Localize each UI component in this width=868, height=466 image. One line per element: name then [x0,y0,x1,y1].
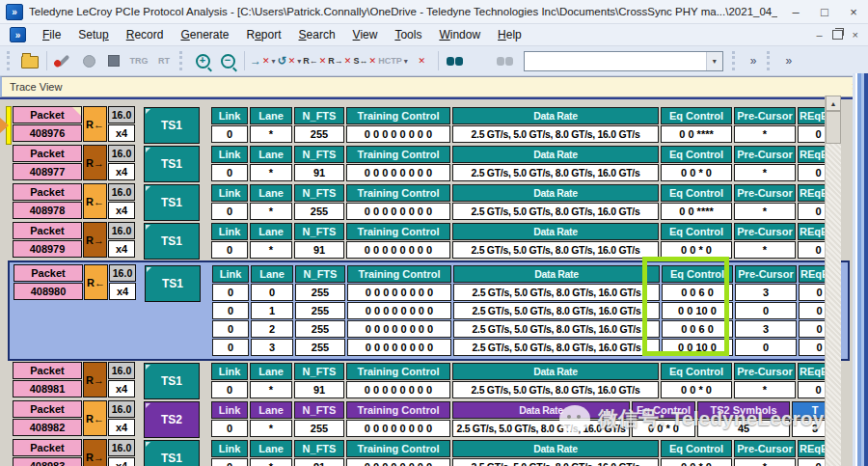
ordered-set-type: TS1 [144,363,200,399]
jump-symbol-button[interactable]: S↔✕ [353,49,376,72]
cell: 1 [251,302,293,319]
cell: 2.5 GT/s, 5.0 GT/s, 8.0 GT/s, 16.0 GT/s [453,339,660,356]
manual-trigger-button-label: TRG [130,56,149,66]
toolbar-overflow-chevron[interactable]: » [750,54,757,68]
column-header: Eq Control [662,265,733,283]
menu-item-setup[interactable]: Setup [69,26,117,43]
menu-item-search[interactable]: Search [290,26,344,43]
record-settings-button[interactable] [52,49,75,72]
jump-loop-button-icon: ↺ [278,54,287,68]
packet-row-408977[interactable]: Packet408977R→16.0x4TS1LinkLaneN_FTSTrai… [13,145,841,182]
record-icon [83,55,95,68]
column-header: Link [211,184,248,202]
packet-table: LinkLaneN_FTSTraining ControlData RateEq… [209,439,841,466]
jump-to-trigger-button[interactable]: →✕▾ [250,49,276,72]
toolbar-overflow-chevron[interactable]: » [785,54,792,68]
header-row: LinkLaneN_FTSTraining ControlData RateEq… [211,184,839,202]
menu-item-help[interactable]: Help [489,26,530,43]
packet-row-408976[interactable]: Packet408976R←16.0x4TS1LinkLaneN_FTSTrai… [13,106,841,144]
mdi-close-button[interactable]: × [853,29,858,41]
menu-item-view[interactable]: View [344,26,387,43]
column-header: Lane [250,107,292,124]
column-header: Data Rate [452,401,630,419]
cell: 0 [211,125,248,143]
column-header: Data Rate [452,363,659,380]
column-header: Training Control [346,107,450,124]
trace-view-title: Trace View [10,81,62,93]
cell: 2.5 GT/s, 5.0 GT/s, 8.0 GT/s, 16.0 GT/s [453,284,660,301]
cell: 0 0 10 0 [662,339,733,356]
goto-button[interactable] [469,49,492,72]
ordered-set-type: TS1 [144,184,200,221]
packet-id-cells: Packet408983R→16.0x4 [13,439,135,466]
ordered-set-type: TS1 [144,107,200,144]
header-row: LinkLaneN_FTSTraining ControlData RateEq… [211,440,839,457]
lane-width-cell: x4 [108,202,135,219]
maximize-button[interactable]: □ [810,1,839,23]
packet-id-cells: Packet408976R←16.0x4 [13,106,135,142]
cell: 0 [212,302,249,319]
mdi-minimize-button[interactable]: – [816,29,822,41]
open-file-button[interactable] [18,49,41,72]
menu-item-record[interactable]: Record [118,26,173,43]
cell: 91 [294,458,344,466]
column-header: Lane [250,401,292,419]
cell: * [734,241,796,259]
toolbar-grip [732,51,740,70]
packet-row-408981[interactable]: Packet408981R→16.0x4TS1LinkLaneN_FTSTrai… [13,362,841,399]
menu-item-file[interactable]: File [34,26,69,43]
toolbar-grip [7,51,14,70]
packet-table: LinkLaneN_FTSTraining ControlData RateEq… [210,264,842,357]
dropdown-arrow-icon: ▾ [272,57,276,66]
data-row: 0*2550 0 0 0 0 0 0 02.5 GT/s, 5.0 GT/s, … [211,203,839,220]
jump-to-trigger-button-icon: → [250,54,261,68]
mdi-restore-button[interactable] [832,30,843,40]
close-button[interactable]: × [839,1,868,23]
cell: 0 0 0 0 0 0 0 0 [346,420,450,437]
cell: 2.5 GT/s, 5.0 GT/s, 8.0 GT/s, 16.0 GT/s [452,381,659,398]
menu-item-report[interactable]: Report [237,26,289,43]
packet-row-408979[interactable]: Packet408979R→16.0x4TS1LinkLaneN_FTSTrai… [13,222,841,260]
column-header: N_FTS [294,146,344,163]
cell: 0 0 6 0 [662,284,733,301]
menu-item-generate[interactable]: Generate [172,26,237,43]
cell: 3 [735,320,797,338]
zoom-out-button[interactable]: − [216,49,239,72]
lane-width-cell: x4 [108,380,135,397]
jump-upstream-button[interactable]: R←✕ [303,49,326,72]
cell: 255 [294,203,344,220]
column-header: N_FTS [294,363,344,380]
cell: 0 0 0 0 0 0 0 0 [347,339,451,356]
menu-item-window[interactable]: Window [430,26,489,43]
search-combobox[interactable]: ▾ [524,51,723,71]
jump-downstream-button[interactable]: R→✕ [328,49,351,72]
packet-row-408982[interactable]: Packet408982R←16.0x4TS2LinkLaneN_FTSTrai… [13,400,840,438]
cell: * [734,458,796,466]
cell: * [250,241,292,259]
vertical-scrollbar[interactable]: ▲ [825,96,841,466]
cell: 0 0 * 0 [632,420,695,437]
cell: 0 [735,302,797,319]
jump-loop-button[interactable]: ↺✕▾ [278,49,302,72]
trace-view-content: Packet408976R←16.0x4TS1LinkLaneN_FTSTrai… [0,97,868,466]
search-input[interactable] [525,52,706,70]
lane-width-cell: x4 [108,419,135,436]
minimize-button[interactable]: – [781,1,810,23]
column-header: Data Rate [452,107,659,124]
data-row: 0*910 0 0 0 0 0 0 02.5 GT/s, 5.0 GT/s, 8… [211,164,839,181]
find-button[interactable] [444,49,467,72]
combobox-dropdown-button[interactable]: ▾ [706,52,722,70]
packet-row-408983[interactable]: Packet408983R→16.0x4TS1LinkLaneN_FTSTrai… [13,439,841,466]
packet-row-408978[interactable]: Packet408978R←16.0x4TS1LinkLaneN_FTSTrai… [13,183,841,221]
toolbar: TRGRT+−→✕▾↺✕▾R←✕R→✕S↔✕HCTP▾✕ ▾ » » [0,46,868,76]
hctp-button: HCTP▾ [378,49,408,72]
zoom-in-button[interactable]: + [191,49,214,72]
packet-row-408980[interactable]: Packet408980R←16.0x4TS1LinkLaneN_FTSTrai… [8,260,850,361]
scroll-up-button[interactable]: ▲ [826,96,841,111]
column-header: Pre-Cursor [734,184,796,202]
clear-jump-button[interactable]: ✕ [410,49,433,72]
lens [447,57,454,66]
scrollbar-thumb[interactable] [826,111,841,144]
cell: 2.5 GT/s, 5.0 GT/s, 8.0 GT/s, 16.0 GT/s [452,458,659,466]
menu-item-tools[interactable]: Tools [386,26,430,43]
